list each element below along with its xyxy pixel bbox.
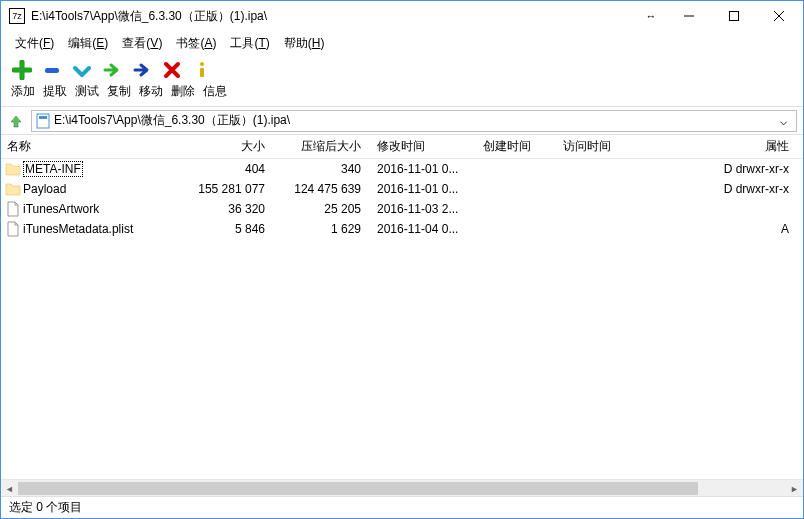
cell-packed: 25 205 [271, 202, 367, 216]
table-row[interactable]: Payload155 281 077124 475 6392016-11-01 … [1, 179, 803, 199]
cell-size: 404 [191, 162, 271, 176]
scroll-right-icon[interactable]: ► [786, 480, 803, 496]
copy-label[interactable]: 复制 [105, 83, 133, 100]
status-text: 选定 0 个项目 [9, 499, 82, 516]
extract-icon[interactable] [41, 59, 63, 81]
file-name: iTunesMetadata.plist [23, 222, 133, 236]
archive-icon [36, 113, 50, 129]
menu-bookmark[interactable]: 书签(A) [170, 33, 222, 54]
statusbar: 选定 0 个项目 [1, 496, 803, 518]
file-name: META-INF [23, 161, 83, 177]
table-row[interactable]: iTunesMetadata.plist5 8461 6292016-11-04… [1, 219, 803, 239]
close-button[interactable] [756, 2, 801, 30]
cell-size: 36 320 [191, 202, 271, 216]
path-text: E:\i4Tools7\App\微信_6.3.30（正版）(1).ipa\ [54, 112, 774, 129]
info-label[interactable]: 信息 [201, 83, 229, 100]
column-headers: 名称 大小 压缩后大小 修改时间 创建时间 访问时间 属性 [1, 135, 803, 159]
menu-file[interactable]: 文件(F) [9, 33, 60, 54]
app-window: 7z E:\i4Tools7\App\微信_6.3.30（正版）(1).ipa\… [0, 0, 804, 519]
header-accessed[interactable]: 访问时间 [553, 138, 633, 155]
path-input[interactable]: E:\i4Tools7\App\微信_6.3.30（正版）(1).ipa\ ⌵ [31, 110, 797, 132]
menu-help[interactable]: 帮助(H) [278, 33, 331, 54]
svg-rect-4 [45, 68, 59, 73]
copy-icon[interactable] [101, 59, 123, 81]
horizontal-scrollbar[interactable]: ◄ ► [1, 479, 803, 496]
path-dropdown-icon[interactable]: ⌵ [774, 114, 792, 128]
scroll-thumb[interactable] [18, 482, 698, 495]
delete-label[interactable]: 删除 [169, 83, 197, 100]
menu-tool[interactable]: 工具(T) [224, 33, 275, 54]
up-icon[interactable] [7, 112, 25, 130]
window-controls: ↔ [636, 2, 801, 30]
app-icon: 7z [9, 8, 25, 24]
cell-size: 5 846 [191, 222, 271, 236]
cell-attr: D drwxr-xr-x [633, 162, 803, 176]
header-name[interactable]: 名称 [1, 138, 191, 155]
delete-icon[interactable] [161, 59, 183, 81]
header-size[interactable]: 大小 [191, 138, 271, 155]
menubar: 文件(F) 编辑(E) 查看(V) 书签(A) 工具(T) 帮助(H) [1, 31, 803, 55]
file-name: Payload [23, 182, 66, 196]
test-icon[interactable] [71, 59, 93, 81]
table-row[interactable]: META-INF4043402016-11-01 0...D drwxr-xr-… [1, 159, 803, 179]
pathbar: E:\i4Tools7\App\微信_6.3.30（正版）(1).ipa\ ⌵ [1, 107, 803, 135]
move-left-icon[interactable]: ↔ [636, 2, 666, 30]
minimize-button[interactable] [666, 2, 711, 30]
file-list: 名称 大小 压缩后大小 修改时间 创建时间 访问时间 属性 META-INF40… [1, 135, 803, 496]
menu-view[interactable]: 查看(V) [116, 33, 168, 54]
folder-icon [5, 161, 21, 177]
header-modified[interactable]: 修改时间 [367, 138, 473, 155]
file-icon [5, 201, 21, 217]
svg-rect-1 [729, 12, 738, 21]
cell-modified: 2016-11-01 0... [367, 182, 473, 196]
move-icon[interactable] [131, 59, 153, 81]
cell-packed: 124 475 639 [271, 182, 367, 196]
svg-point-5 [200, 62, 204, 66]
rows-container[interactable]: META-INF4043402016-11-01 0...D drwxr-xr-… [1, 159, 803, 479]
info-icon[interactable] [191, 59, 213, 81]
header-packed[interactable]: 压缩后大小 [271, 138, 367, 155]
svg-rect-6 [200, 68, 204, 77]
scroll-left-icon[interactable]: ◄ [1, 480, 18, 496]
add-icon[interactable] [11, 59, 33, 81]
move-label[interactable]: 移动 [137, 83, 165, 100]
window-title: E:\i4Tools7\App\微信_6.3.30（正版）(1).ipa\ [31, 8, 636, 25]
test-label[interactable]: 测试 [73, 83, 101, 100]
cell-packed: 340 [271, 162, 367, 176]
cell-modified: 2016-11-03 2... [367, 202, 473, 216]
add-label[interactable]: 添加 [9, 83, 37, 100]
titlebar[interactable]: 7z E:\i4Tools7\App\微信_6.3.30（正版）(1).ipa\… [1, 1, 803, 31]
file-icon [5, 221, 21, 237]
extract-label[interactable]: 提取 [41, 83, 69, 100]
menu-edit[interactable]: 编辑(E) [62, 33, 114, 54]
cell-modified: 2016-11-04 0... [367, 222, 473, 236]
cell-attr: A [633, 222, 803, 236]
folder-icon [5, 181, 21, 197]
toolbar: 添加 提取 测试 复制 移动 删除 信息 [1, 55, 803, 107]
file-name: iTunesArtwork [23, 202, 99, 216]
table-row[interactable]: iTunesArtwork36 32025 2052016-11-03 2... [1, 199, 803, 219]
cell-size: 155 281 077 [191, 182, 271, 196]
header-created[interactable]: 创建时间 [473, 138, 553, 155]
cell-modified: 2016-11-01 0... [367, 162, 473, 176]
cell-attr: D drwxr-xr-x [633, 182, 803, 196]
maximize-button[interactable] [711, 2, 756, 30]
cell-packed: 1 629 [271, 222, 367, 236]
header-attr[interactable]: 属性 [633, 138, 803, 155]
svg-rect-8 [39, 116, 47, 119]
